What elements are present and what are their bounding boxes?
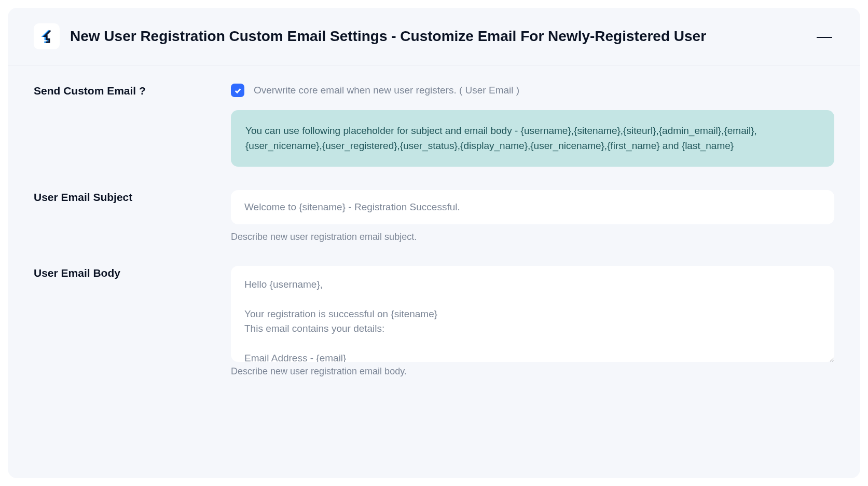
subject-helper: Describe new user registration email sub…	[231, 232, 834, 242]
control-send-custom: Overwrite core email when new user regis…	[231, 84, 834, 167]
panel-header: New User Registration Custom Email Setti…	[8, 8, 860, 65]
checkbox-line: Overwrite core email when new user regis…	[231, 84, 834, 97]
settings-panel: New User Registration Custom Email Setti…	[8, 8, 860, 478]
checkbox-label-text: Overwrite core email when new user regis…	[254, 85, 519, 96]
row-body: User Email Body Describe new user regist…	[34, 266, 834, 377]
control-subject: Describe new user registration email sub…	[231, 190, 834, 242]
row-send-custom: Send Custom Email ? Overwrite core email…	[34, 84, 834, 167]
row-subject: User Email Subject Describe new user reg…	[34, 190, 834, 242]
textarea-wrap	[231, 266, 834, 364]
body-textarea[interactable]	[231, 266, 834, 362]
label-body: User Email Body	[34, 266, 231, 279]
send-custom-checkbox[interactable]	[231, 84, 244, 97]
control-body: Describe new user registration email bod…	[231, 266, 834, 377]
body-helper: Describe new user registration email bod…	[231, 366, 834, 377]
page-title: New User Registration Custom Email Setti…	[70, 28, 804, 45]
panel-body: Send Custom Email ? Overwrite core email…	[8, 65, 860, 403]
subject-input[interactable]	[231, 190, 834, 224]
label-subject: User Email Subject	[34, 190, 231, 204]
label-send-custom: Send Custom Email ?	[34, 84, 231, 97]
app-logo-icon	[34, 23, 60, 49]
placeholder-info-box: You can use following placeholder for su…	[231, 110, 834, 167]
collapse-icon[interactable]: —	[815, 29, 834, 44]
